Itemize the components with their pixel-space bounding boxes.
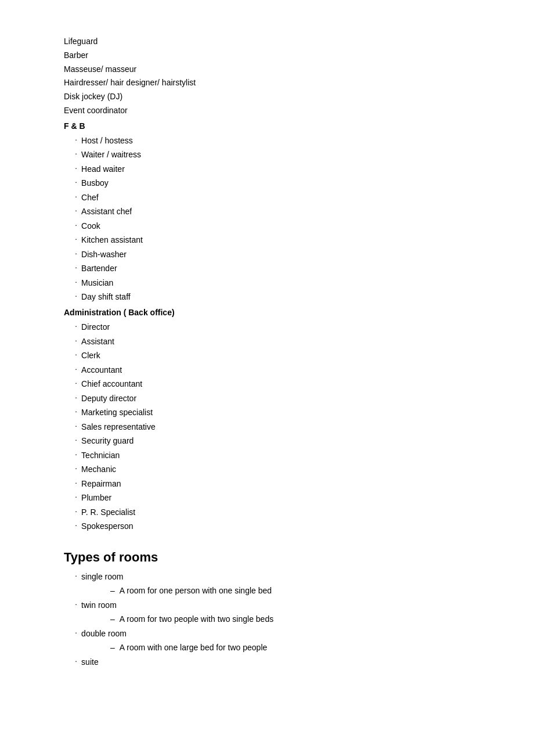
admin-item-label: Director bbox=[81, 320, 110, 334]
room-type-label: single room bbox=[81, 570, 123, 584]
admin-item-label: Plumber bbox=[81, 491, 111, 505]
room-type-label: twin room bbox=[81, 598, 117, 613]
bullet-icon: • bbox=[75, 208, 77, 214]
fb-item-label: Assistant chef bbox=[81, 204, 132, 219]
sub-bullet-icon: – bbox=[110, 640, 115, 655]
bullet-icon: • bbox=[75, 338, 77, 344]
admin-list-item: •Chief accountant bbox=[64, 377, 470, 391]
bullet-icon: • bbox=[75, 523, 77, 529]
fb-list-item: •Waiter / waitress bbox=[64, 147, 470, 162]
room-type-description: A room with one large bed for two people bbox=[120, 640, 268, 655]
fb-item-label: Kitchen assistant bbox=[81, 233, 143, 247]
admin-list-item: •Security guard bbox=[64, 434, 470, 448]
admin-item-label: Spokesperson bbox=[81, 519, 134, 534]
fb-list-item: •Head waiter bbox=[64, 162, 470, 177]
admin-item-label: Deputy director bbox=[81, 391, 136, 406]
plain-item: Lifeguard bbox=[64, 35, 470, 49]
fb-item-label: Cook bbox=[81, 219, 100, 233]
fb-list-item: •Assistant chef bbox=[64, 204, 470, 219]
admin-list-item: •Mechanic bbox=[64, 462, 470, 477]
admin-item-label: Security guard bbox=[81, 434, 134, 448]
room-type-description: A room for one person with one single be… bbox=[120, 584, 272, 598]
bullet-icon: • bbox=[75, 630, 77, 636]
plain-item: Masseuse/ masseur bbox=[64, 63, 470, 77]
admin-item-label: Assistant bbox=[81, 334, 114, 349]
sub-bullet-icon: – bbox=[110, 612, 115, 627]
bullet-icon: • bbox=[75, 352, 77, 358]
bullet-icon: • bbox=[75, 236, 77, 243]
fb-section: F & B •Host / hostess•Waiter / waitress•… bbox=[64, 119, 470, 304]
bullet-icon: • bbox=[75, 251, 77, 257]
bullet-icon: • bbox=[75, 658, 77, 665]
bullet-icon: • bbox=[75, 179, 77, 186]
admin-list-item: •Clerk bbox=[64, 348, 470, 363]
types-list-item: •suite bbox=[64, 655, 470, 669]
plain-item: Event coordinator bbox=[64, 104, 470, 118]
fb-list-item: •Bartender bbox=[64, 261, 470, 276]
admin-item-label: Mechanic bbox=[81, 462, 116, 477]
plain-items-container: LifeguardBarberMasseuse/ masseurHairdres… bbox=[64, 35, 470, 118]
fb-list-item: •Musician bbox=[64, 276, 470, 290]
bullet-icon: • bbox=[75, 366, 77, 373]
admin-list: •Director•Assistant•Clerk•Accountant•Chi… bbox=[64, 320, 470, 534]
types-list: •single room–A room for one person with … bbox=[64, 570, 470, 669]
sub-bullet-icon: – bbox=[110, 584, 115, 598]
admin-list-item: •Assistant bbox=[64, 334, 470, 349]
fb-item-label: Host / hostess bbox=[81, 134, 133, 148]
admin-list-item: •Plumber bbox=[64, 491, 470, 505]
fb-list-item: •Busboy bbox=[64, 176, 470, 190]
bullet-icon: • bbox=[75, 509, 77, 515]
bullet-icon: • bbox=[75, 494, 77, 501]
bullet-icon: • bbox=[75, 323, 77, 330]
fb-item-label: Dish-washer bbox=[81, 247, 127, 262]
fb-list-item: •Dish-washer bbox=[64, 247, 470, 262]
admin-item-label: Chief accountant bbox=[81, 377, 142, 391]
types-list-item: •double room–A room with one large bed f… bbox=[64, 627, 470, 655]
bullet-icon: • bbox=[75, 480, 77, 487]
bullet-icon: • bbox=[75, 194, 77, 200]
admin-list-item: •Technician bbox=[64, 448, 470, 463]
bullet-icon: • bbox=[75, 151, 77, 157]
bullet-icon: • bbox=[75, 452, 77, 458]
bullet-icon: • bbox=[75, 395, 77, 401]
bullet-icon: • bbox=[75, 466, 77, 472]
fb-list-item: •Cook bbox=[64, 219, 470, 233]
admin-heading: Administration ( Back office) bbox=[64, 305, 470, 320]
plain-item: Barber bbox=[64, 49, 470, 63]
admin-list-item: •Director bbox=[64, 320, 470, 334]
bullet-icon: • bbox=[75, 265, 77, 271]
plain-item: Hairdresser/ hair designer/ hairstylist bbox=[64, 76, 470, 90]
admin-item-label: Technician bbox=[81, 448, 120, 463]
fb-list-item: •Chef bbox=[64, 190, 470, 205]
bullet-icon: • bbox=[75, 165, 77, 172]
room-type-label: double room bbox=[81, 627, 127, 641]
admin-item-label: Sales representative bbox=[81, 420, 156, 434]
admin-list-item: •Sales representative bbox=[64, 420, 470, 434]
bullet-icon: • bbox=[75, 293, 77, 300]
admin-list-item: •Marketing specialist bbox=[64, 405, 470, 420]
bullet-icon: • bbox=[75, 279, 77, 286]
bullet-icon: • bbox=[75, 380, 77, 387]
fb-list: •Host / hostess•Waiter / waitress•Head w… bbox=[64, 134, 470, 304]
bullet-icon: • bbox=[75, 409, 77, 415]
room-type-description: A room for two people with two single be… bbox=[120, 612, 273, 627]
admin-list-item: •Accountant bbox=[64, 363, 470, 377]
admin-item-label: Repairman bbox=[81, 477, 121, 491]
fb-list-item: •Day shift staff bbox=[64, 290, 470, 304]
plain-item: Disk jockey (DJ) bbox=[64, 90, 470, 104]
fb-item-label: Head waiter bbox=[81, 162, 125, 177]
admin-item-label: Clerk bbox=[81, 348, 100, 363]
fb-list-item: •Host / hostess bbox=[64, 134, 470, 148]
admin-list-item: •P. R. Specialist bbox=[64, 505, 470, 520]
admin-section: Administration ( Back office) •Director•… bbox=[64, 305, 470, 534]
fb-item-label: Musician bbox=[81, 276, 113, 290]
fb-item-label: Bartender bbox=[81, 261, 117, 276]
bullet-icon: • bbox=[75, 602, 77, 608]
bullet-icon: • bbox=[75, 137, 77, 143]
bullet-icon: • bbox=[75, 222, 77, 229]
bullet-icon: • bbox=[75, 437, 77, 444]
types-heading: Types of rooms bbox=[64, 550, 470, 565]
fb-item-label: Waiter / waitress bbox=[81, 147, 141, 162]
admin-item-label: Accountant bbox=[81, 363, 122, 377]
admin-item-label: Marketing specialist bbox=[81, 405, 153, 420]
